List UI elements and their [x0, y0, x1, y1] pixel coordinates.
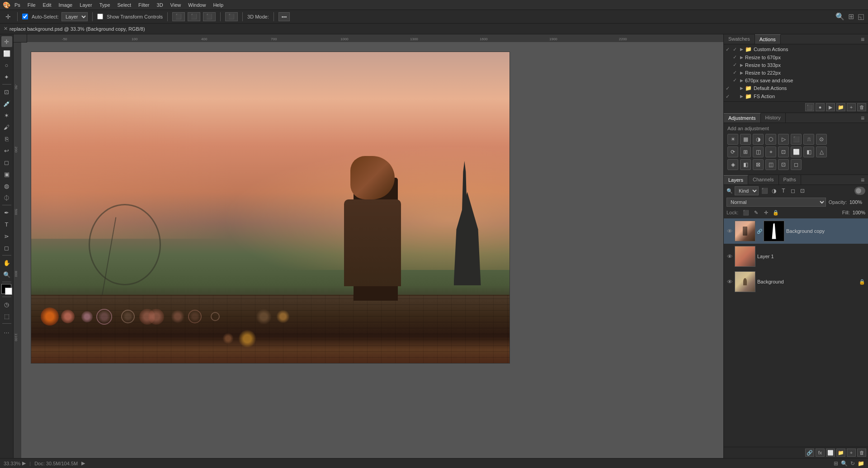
- adj-gradient[interactable]: ◧: [803, 147, 814, 157]
- action-group-default-header[interactable]: ✓ ▶ 📁 Default Actions: [724, 84, 868, 92]
- opacity-value[interactable]: 100%: [849, 199, 865, 205]
- adj-channelmixer[interactable]: ⊞: [740, 147, 751, 157]
- tab-layers[interactable]: Layers: [724, 175, 748, 184]
- layers-panel-menu[interactable]: ≡: [859, 176, 866, 184]
- action-tri-3[interactable]: ▶: [740, 71, 743, 75]
- action-check-2[interactable]: ✓: [733, 62, 738, 68]
- auto-select-dropdown[interactable]: Layer: [61, 12, 88, 21]
- clone-tool[interactable]: ⎘: [1, 133, 12, 144]
- lock-all-icon[interactable]: 🔒: [772, 208, 780, 217]
- close-doc-icon[interactable]: ✕: [4, 26, 8, 32]
- menu-filter[interactable]: Filter: [135, 1, 153, 9]
- select-tool[interactable]: ⬜: [1, 48, 12, 59]
- tab-actions[interactable]: Actions: [755, 34, 781, 44]
- action-group-fs-header[interactable]: ✓ ▶ 📁 FS Action: [724, 92, 868, 100]
- tab-history[interactable]: History: [761, 113, 786, 123]
- zoom-triangle[interactable]: ▶: [22, 460, 26, 466]
- action-check-4[interactable]: ✓: [733, 77, 738, 83]
- filter-pixel-icon[interactable]: ⬛: [760, 187, 769, 195]
- add-style-btn[interactable]: fx: [816, 449, 825, 457]
- adj-extra4[interactable]: ◫: [765, 159, 776, 170]
- default-group-expand[interactable]: ▶: [740, 86, 743, 90]
- healing-tool[interactable]: ✶: [1, 110, 12, 121]
- custom-group-expand[interactable]: ▶: [740, 47, 743, 52]
- doc-size-triangle[interactable]: ▶: [81, 460, 85, 466]
- custom-group-check2[interactable]: ✓: [733, 47, 738, 52]
- fs-group-expand[interactable]: ▶: [740, 94, 743, 99]
- align-right-btn[interactable]: ⬛: [203, 12, 216, 21]
- extra-tools[interactable]: …: [1, 326, 12, 336]
- search-icon[interactable]: 🔍: [835, 12, 844, 21]
- layer-row-bg-copy[interactable]: 👁 🔗 Background copy: [724, 218, 868, 244]
- path-select-tool[interactable]: ⋗: [1, 231, 12, 241]
- adj-posterize[interactable]: ⊡: [778, 147, 789, 157]
- action-resize-670[interactable]: ✓ ▶ Resize to 670px: [724, 53, 868, 61]
- background-color[interactable]: [5, 288, 12, 295]
- menu-view[interactable]: View: [167, 1, 185, 9]
- new-group-btn[interactable]: 📁: [836, 449, 845, 457]
- adj-extra5[interactable]: ⊡: [778, 159, 789, 170]
- layer-vis-1[interactable]: 👁: [726, 253, 733, 260]
- lock-pixels-icon[interactable]: ⬛: [742, 208, 750, 217]
- auto-select-checkbox[interactable]: [22, 14, 28, 19]
- adj-brightness[interactable]: ☀: [727, 134, 738, 145]
- adj-threshold[interactable]: ⬜: [791, 147, 802, 157]
- fill-value[interactable]: 100%: [853, 210, 865, 215]
- blend-mode-select[interactable]: Normal: [726, 198, 826, 207]
- lasso-tool[interactable]: ○: [1, 60, 12, 71]
- action-tri-1[interactable]: ▶: [740, 55, 743, 60]
- layer-row-bg[interactable]: 👁 Background 🔒: [724, 269, 868, 294]
- adj-exposure[interactable]: ⬡: [765, 134, 776, 145]
- menu-help[interactable]: Help: [209, 1, 227, 9]
- adj-selective[interactable]: △: [816, 147, 827, 157]
- fs-group-check[interactable]: ✓: [726, 94, 731, 99]
- shape-tool[interactable]: ◻: [1, 242, 12, 253]
- dodge-tool[interactable]: ⏀: [1, 192, 12, 203]
- screen-mode-tool[interactable]: ⬚: [1, 311, 12, 321]
- canvas-scroll[interactable]: [22, 43, 723, 458]
- adj-levels[interactable]: ▦: [740, 134, 751, 145]
- filter-adjust-icon[interactable]: ◑: [770, 187, 778, 195]
- action-resize-333[interactable]: ✓ ▶ Resize to 333px: [724, 61, 868, 69]
- adj-invert[interactable]: ⌖: [765, 147, 776, 157]
- adj-extra1[interactable]: ◈: [727, 159, 738, 170]
- tab-paths[interactable]: Paths: [779, 175, 801, 184]
- tab-adjustments[interactable]: Adjustments: [724, 113, 761, 123]
- pen-tool[interactable]: ✒: [1, 207, 12, 218]
- delete-layer-btn[interactable]: 🗑: [857, 449, 866, 457]
- align-center-btn[interactable]: ⬛: [188, 12, 200, 21]
- add-mask-btn[interactable]: ⬜: [826, 449, 835, 457]
- history-brush-tool[interactable]: ↩: [1, 145, 12, 156]
- panel-menu-icon[interactable]: ≡: [859, 36, 866, 43]
- move-tool[interactable]: ✛: [1, 36, 12, 47]
- menu-window[interactable]: Window: [184, 1, 209, 9]
- adj-colorlookup[interactable]: ◫: [753, 147, 764, 157]
- adj-bw[interactable]: ⊙: [816, 134, 827, 145]
- new-action-btn[interactable]: +: [847, 103, 856, 111]
- menu-type[interactable]: Type: [96, 1, 114, 9]
- action-670-save[interactable]: ✓ ▶ 670px save and close: [724, 76, 868, 84]
- distribute-btn[interactable]: ⬛: [225, 12, 238, 21]
- lock-artboard-icon[interactable]: ✛: [762, 208, 770, 217]
- stop-action-btn[interactable]: ⬛: [805, 103, 814, 111]
- custom-group-check[interactable]: ✓: [726, 47, 731, 52]
- adj-hsl[interactable]: ⬛: [791, 134, 802, 145]
- link-layers-btn[interactable]: 🔗: [805, 449, 814, 457]
- quick-mask-tool[interactable]: ◷: [1, 299, 12, 310]
- menu-file[interactable]: File: [24, 1, 39, 9]
- menu-select[interactable]: Select: [114, 1, 135, 9]
- eraser-tool[interactable]: ◻: [1, 157, 12, 168]
- eyedropper-tool[interactable]: 💉: [1, 98, 12, 109]
- transform-checkbox[interactable]: [97, 14, 103, 19]
- adj-photofilter[interactable]: ⟳: [727, 147, 738, 157]
- filter-toggle[interactable]: [854, 187, 865, 195]
- adj-curves[interactable]: ◑: [753, 134, 764, 145]
- kind-select[interactable]: Kind: [735, 186, 759, 195]
- record-action-btn[interactable]: ●: [816, 103, 825, 111]
- menu-ps[interactable]: Ps: [11, 1, 24, 9]
- gradient-tool[interactable]: ▣: [1, 169, 12, 180]
- action-check-1[interactable]: ✓: [733, 54, 738, 60]
- default-group-check[interactable]: ✓: [726, 85, 731, 91]
- lock-position-icon[interactable]: ✎: [752, 208, 760, 217]
- adj-vibrance[interactable]: ▷: [778, 134, 789, 145]
